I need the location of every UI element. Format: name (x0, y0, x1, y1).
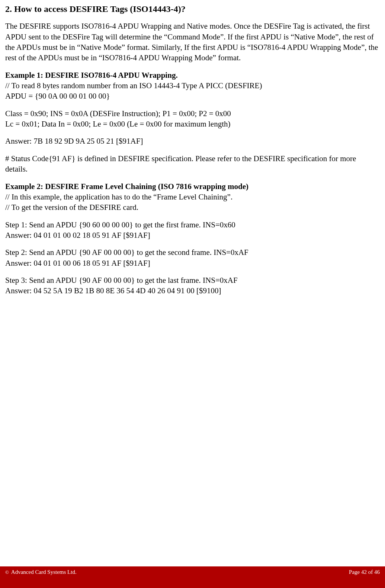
example-2-step1: Step 1: Send an APDU {90 60 00 00 00} to… (5, 220, 380, 241)
section-heading: 2. How to access DESFIRE Tags (ISO14443-… (5, 3, 380, 15)
example-2-step2: Step 2: Send an APDU {90 AF 00 00 00} to… (5, 247, 380, 268)
footer-page-number: Page 42 of 46 (349, 568, 380, 576)
example-1-apdu: APDU = {90 0A 00 00 01 00 00} (5, 91, 380, 101)
example-1-note-text: # Status Code{91 AF} is defined in DESFI… (5, 154, 356, 173)
example-2-header: Example 2: DESFIRE Frame Level Chaining … (5, 181, 380, 213)
intro-paragraph: The DESFIRE supports ISO7816-4 APDU Wrap… (5, 21, 380, 63)
example-2-step1-cmd: Step 1: Send an APDU {90 60 00 00 00} to… (5, 220, 380, 230)
footer-copyright: © Advanced Card Systems Ltd. (5, 568, 77, 576)
example-1-title: Example 1: DESFIRE ISO7816-4 APDU Wrappi… (5, 70, 380, 80)
example-2-step1-answer: Answer: 04 01 01 00 02 18 05 91 AF [$91A… (5, 230, 380, 240)
example-1-header: Example 1: DESFIRE ISO7816-4 APDU Wrappi… (5, 70, 380, 102)
example-1-note: # Status Code{91 AF} is defined in DESFI… (5, 153, 380, 175)
example-2-comment1: // In this example, the application has … (5, 192, 380, 202)
example-1-params-line2: Lc = 0x01; Data In = 0x00; Le = 0x00 (Le… (5, 119, 380, 129)
example-2-step3: Step 3: Send an APDU {90 AF 00 00 00} to… (5, 275, 380, 296)
page-footer: © Advanced Card Systems Ltd. Page 42 of … (0, 566, 385, 578)
example-1-answer: Answer: 7B 18 92 9D 9A 25 05 21 [$91AF] (5, 136, 380, 146)
example-2-comment2: // To get the version of the DESFIRE car… (5, 202, 380, 212)
example-1-answer-line: Answer: 7B 18 92 9D 9A 25 05 21 [$91AF] (5, 136, 380, 146)
page-content: 2. How to access DESFIRE Tags (ISO14443-… (0, 0, 385, 296)
footer-bottom-bar (0, 578, 385, 588)
example-1-params: Class = 0x90; INS = 0x0A (DESFire Instru… (5, 108, 380, 130)
copyright-icon: © (5, 569, 9, 575)
example-1-comment: // To read 8 bytes random number from an… (5, 80, 380, 91)
footer-copyright-text: Advanced Card Systems Ltd. (11, 569, 77, 575)
example-2-step3-answer: Answer: 04 52 5A 19 B2 1B 80 8E 36 54 4D… (5, 285, 380, 296)
example-2-step2-answer: Answer: 04 01 01 00 06 18 05 91 AF [$91A… (5, 258, 380, 268)
example-2-title: Example 2: DESFIRE Frame Level Chaining … (5, 181, 380, 192)
example-2-step3-cmd: Step 3: Send an APDU {90 AF 00 00 00} to… (5, 275, 380, 285)
example-2-step2-cmd: Step 2: Send an APDU {90 AF 00 00 00} to… (5, 247, 380, 258)
example-1-params-line1: Class = 0x90; INS = 0x0A (DESFire Instru… (5, 108, 380, 119)
